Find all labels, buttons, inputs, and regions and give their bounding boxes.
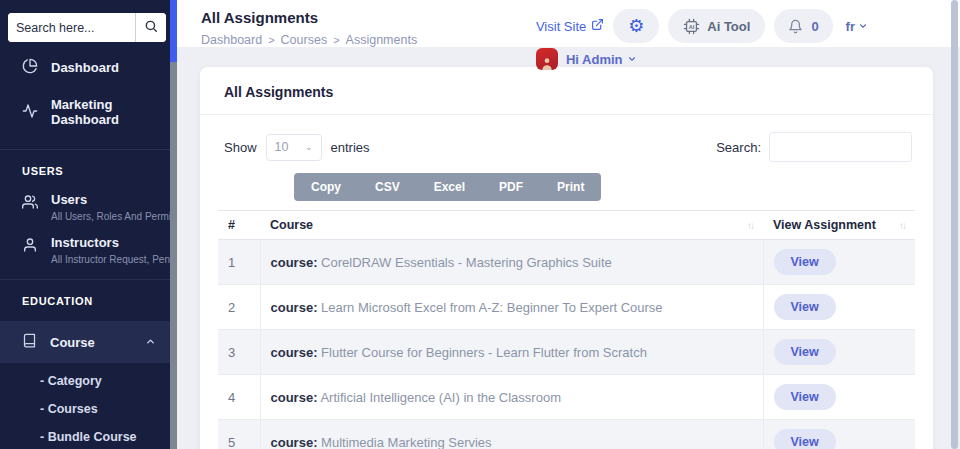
ai-tool-button[interactable]: AI Ai Tool [668, 9, 765, 43]
export-buttons: Copy CSV Excel PDF Print [294, 173, 601, 201]
user-icon [22, 237, 38, 265]
sidebar-item-course[interactable]: Course [0, 321, 170, 363]
chevron-down-icon [627, 52, 637, 67]
sidebar-item-text: Users All Users, Roles And Permission [51, 192, 173, 222]
entries-select[interactable]: 10 ⌄ [266, 134, 322, 161]
table-row: 5 course: Multimedia Marketing Servies V… [218, 420, 915, 449]
course-title: CorelDRAW Essentials - Mastering Graphic… [321, 255, 612, 270]
column-header-number[interactable]: # [218, 211, 260, 240]
sidebar-subitem-bundle-course[interactable]: - Bundle Course [40, 423, 170, 449]
sidebar-scrollbar-track[interactable] [170, 0, 177, 449]
course-prefix: course: [271, 345, 318, 360]
sidebar-section-education: EDUCATION [0, 280, 170, 311]
column-header-view-assignment[interactable]: View Assignment ↑↓ [763, 211, 915, 240]
header-right-controls: Visit Site ⚙ AI Ai Tool [536, 9, 868, 70]
search-icon [144, 19, 158, 36]
column-label: # [228, 218, 235, 232]
sidebar-item-label: Dashboard [51, 60, 119, 75]
view-button[interactable]: View [774, 294, 836, 320]
visit-site-label: Visit Site [536, 19, 586, 34]
language-selector[interactable]: fr [846, 19, 868, 34]
length-menu: Show 10 ⌄ entries [224, 134, 370, 161]
print-button[interactable]: Print [540, 173, 601, 201]
sidebar-item-dashboard[interactable]: Dashboard [0, 48, 170, 87]
avatar[interactable] [536, 48, 558, 70]
entries-label: entries [331, 140, 370, 155]
sidebar-subitem-courses[interactable]: - Courses [40, 395, 170, 423]
ai-chip-icon: AI [683, 18, 700, 35]
view-button[interactable]: View [774, 384, 836, 410]
assignments-table: # Course ↑↓ View Assignment ↑↓ [218, 210, 915, 449]
user-menu[interactable]: Hi Admin [566, 52, 637, 67]
greeting-label: Hi Admin [566, 52, 623, 67]
column-label: Course [270, 218, 313, 232]
users-icon [22, 194, 38, 222]
table-row: 2 course: Learn Microsoft Excel from A-Z… [218, 285, 915, 330]
chevron-down-icon [858, 19, 868, 34]
course-title: Learn Microsoft Excel from A-Z: Beginner… [321, 300, 663, 315]
view-cell: View [763, 285, 915, 330]
course-prefix: course: [271, 435, 318, 449]
excel-button[interactable]: Excel [417, 173, 482, 201]
course-title: Artificial Intelligence (AI) in the Clas… [320, 390, 561, 405]
row-number: 5 [218, 420, 260, 449]
external-link-icon [591, 18, 604, 34]
sidebar-section-users: USERS [0, 150, 170, 181]
copy-button[interactable]: Copy [294, 173, 358, 201]
row-number: 2 [218, 285, 260, 330]
breadcrumb-separator: > [327, 34, 345, 46]
sidebar-course-submenu: - Category - Courses - Bundle Course - C… [0, 363, 170, 449]
sidebar-item-marketing-dashboard[interactable]: Marketing Dashboard [0, 87, 170, 137]
sidebar-scrollbar-thumb[interactable] [170, 0, 177, 62]
breadcrumb-dashboard[interactable]: Dashboard [201, 33, 262, 47]
settings-button[interactable]: ⚙ [613, 9, 659, 43]
course-cell: course: Multimedia Marketing Servies [260, 420, 763, 449]
header-controls-row: Visit Site ⚙ AI Ai Tool [536, 9, 868, 43]
bell-icon [788, 19, 803, 34]
course-cell: course: Learn Microsoft Excel from A-Z: … [260, 285, 763, 330]
course-prefix: course: [271, 390, 318, 405]
breadcrumb-assignments[interactable]: Assignments [346, 33, 418, 47]
book-icon [22, 333, 37, 351]
view-cell: View [763, 330, 915, 375]
column-header-course[interactable]: Course ↑↓ [260, 211, 763, 240]
sidebar: Dashboard Marketing Dashboard USERS User… [0, 0, 177, 449]
sidebar-item-users[interactable]: Users All Users, Roles And Permission [0, 181, 170, 224]
csv-button[interactable]: CSV [358, 173, 417, 201]
view-cell: View [763, 375, 915, 420]
sort-icon: ↑↓ [747, 220, 753, 231]
svg-text:AI: AI [689, 23, 695, 29]
sidebar-item-subtitle: All Instructor Request, Pending... [51, 254, 173, 265]
course-prefix: course: [271, 300, 318, 315]
sidebar-item-label: Users [51, 192, 173, 207]
breadcrumb-courses[interactable]: Courses [281, 33, 328, 47]
sidebar-item-label: Course [50, 335, 95, 350]
sidebar-search [8, 13, 166, 42]
table-search: Search: [716, 132, 912, 162]
sidebar-subitem-category[interactable]: - Category [40, 367, 170, 395]
visit-site-link[interactable]: Visit Site [536, 18, 604, 34]
view-button[interactable]: View [774, 429, 836, 449]
sidebar-search-input[interactable] [8, 13, 135, 42]
table-search-input[interactable] [769, 132, 912, 162]
sidebar-item-subtitle: All Users, Roles And Permission [51, 211, 173, 222]
course-prefix: course: [271, 255, 318, 270]
course-cell: course: Flutter Course for Beginners - L… [260, 330, 763, 375]
course-title: Multimedia Marketing Servies [321, 435, 492, 449]
view-button[interactable]: View [774, 339, 836, 365]
gear-icon: ⚙ [628, 17, 644, 35]
notifications-button[interactable]: 0 [774, 9, 832, 43]
row-number: 4 [218, 375, 260, 420]
row-number: 1 [218, 240, 260, 285]
table-row: 3 course: Flutter Course for Beginners -… [218, 330, 915, 375]
sidebar-search-button[interactable] [135, 13, 166, 42]
view-button[interactable]: View [774, 249, 836, 275]
sidebar-item-instructors[interactable]: Instructors All Instructor Request, Pend… [0, 224, 170, 267]
notification-count: 0 [811, 19, 818, 34]
pdf-button[interactable]: PDF [482, 173, 540, 201]
table-row: 1 course: CorelDRAW Essentials - Masteri… [218, 240, 915, 285]
course-cell: course: CorelDRAW Essentials - Mastering… [260, 240, 763, 285]
page-scrollbar[interactable] [951, 0, 958, 449]
course-cell: course: Artificial Intelligence (AI) in … [260, 375, 763, 420]
breadcrumb-separator: > [262, 34, 280, 46]
